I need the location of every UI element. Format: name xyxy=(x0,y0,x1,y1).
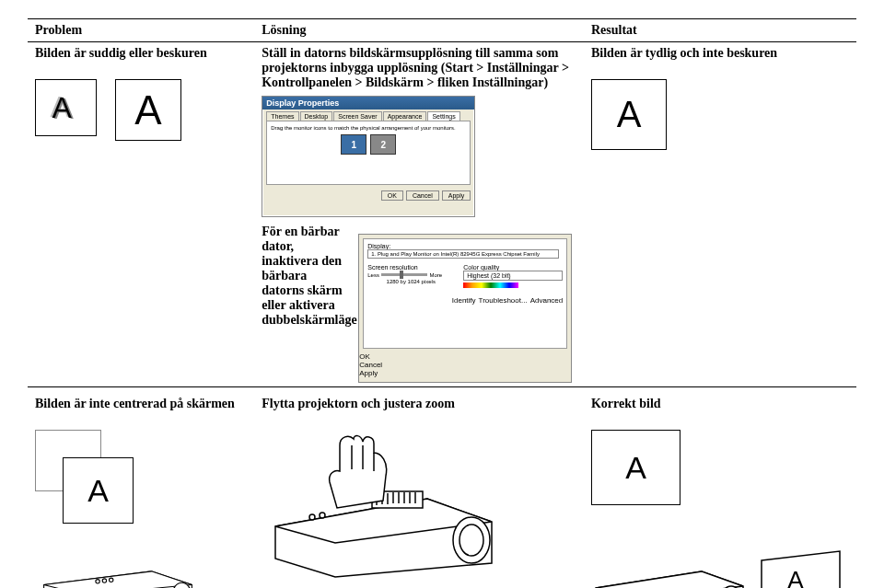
tab-desktop[interactable]: Desktop xyxy=(300,111,333,121)
apply-button[interactable]: Apply xyxy=(442,190,471,201)
row3-problem-text: Bilden är inte centrerad på skärmen xyxy=(35,397,247,411)
svg-text:A: A xyxy=(787,566,804,588)
col-header-resultat: Resultat xyxy=(584,19,856,42)
monitor-2-icon[interactable]: 2 xyxy=(370,134,396,155)
hand-icon xyxy=(330,436,387,508)
apply-button[interactable]: Apply xyxy=(359,369,571,377)
tab-appearance[interactable]: Appearance xyxy=(383,111,427,121)
tab-screensaver[interactable]: Screen Saver xyxy=(333,111,381,121)
laptop-icon: A xyxy=(755,551,847,588)
monitor-1-icon[interactable]: 1 xyxy=(341,134,366,155)
display-properties-dialog: Display Properties Themes Desktop Screen… xyxy=(262,96,475,217)
svg-marker-29 xyxy=(596,571,743,588)
advanced-button[interactable]: Advanced xyxy=(530,296,564,305)
display-label: Display: xyxy=(367,243,563,249)
dialog-titlebar: Display Properties xyxy=(262,97,474,110)
resolution-value: 1280 by 1024 pixels xyxy=(367,279,454,284)
row1-resultat-text: Bilden är tydlig och inte beskuren xyxy=(591,46,849,61)
display-dropdown[interactable]: 1. Plug and Play Monitor on Intel(R) 829… xyxy=(367,249,559,259)
troubleshooting-table: Problem Lösning Resultat Bilden är suddi… xyxy=(28,18,856,588)
color-quality-label: Color quality xyxy=(463,264,563,271)
svg-point-7 xyxy=(96,580,99,583)
identify-button[interactable]: Identify xyxy=(452,296,476,305)
cropped-image-icon: A xyxy=(115,79,181,141)
color-bar-icon xyxy=(463,282,518,288)
tab-settings[interactable]: Settings xyxy=(427,111,459,121)
svg-point-13 xyxy=(459,525,483,556)
laptop-note: För en bärbar dator, inaktivera den bärb… xyxy=(262,225,349,328)
projector-laptop-setup-icon: A xyxy=(591,514,849,588)
row1-losning-text: Ställ in datorns bildskärmsupplösning ti… xyxy=(262,46,576,90)
ok-button[interactable]: OK xyxy=(381,190,403,201)
cancel-button[interactable]: Cancel xyxy=(406,190,439,201)
row3-losning-text: Flytta projektorn och justera zoom xyxy=(262,397,576,411)
svg-point-26 xyxy=(309,514,315,520)
svg-point-8 xyxy=(102,579,106,582)
display-settings-dialog-2: Display: 1. Plug and Play Monitor on Int… xyxy=(358,234,572,383)
svg-point-9 xyxy=(110,578,113,582)
col-header-losning: Lösning xyxy=(254,19,584,42)
table-row: För en bärbar dator, inaktivera den bärb… xyxy=(28,221,856,387)
row1-problem-text: Bilden är suddig eller beskuren xyxy=(35,46,247,61)
svg-marker-1 xyxy=(44,571,192,588)
svg-point-27 xyxy=(320,513,325,518)
troubleshoot-button[interactable]: Troubleshoot... xyxy=(479,296,528,305)
off-center-image-icon: A xyxy=(35,430,145,531)
table-row: Bilden är inte centrerad på skärmen A xyxy=(28,387,856,589)
cancel-button[interactable]: Cancel xyxy=(359,361,571,369)
drag-instruction: Drag the monitor icons to match the phys… xyxy=(271,125,466,131)
resolution-slider[interactable] xyxy=(381,273,427,276)
ok-button[interactable]: OK xyxy=(359,352,571,361)
projector-icon xyxy=(35,531,201,588)
table-row: Bilden är suddig eller beskuren A A A A … xyxy=(28,42,856,222)
color-quality-dropdown[interactable]: Highest (32 bit) xyxy=(463,271,563,281)
col-header-problem: Problem xyxy=(28,19,254,42)
centered-image-icon: A xyxy=(591,430,680,505)
row3-resultat-text: Korrekt bild xyxy=(591,397,849,411)
resolution-label: Screen resolution xyxy=(367,264,454,271)
blurry-image-icon: A A A xyxy=(35,79,97,136)
tab-themes[interactable]: Themes xyxy=(266,111,298,121)
projector-with-hand-icon xyxy=(262,425,501,582)
clear-image-icon: A xyxy=(591,79,667,150)
dialog-tabs: Themes Desktop Screen Saver Appearance S… xyxy=(262,110,474,121)
